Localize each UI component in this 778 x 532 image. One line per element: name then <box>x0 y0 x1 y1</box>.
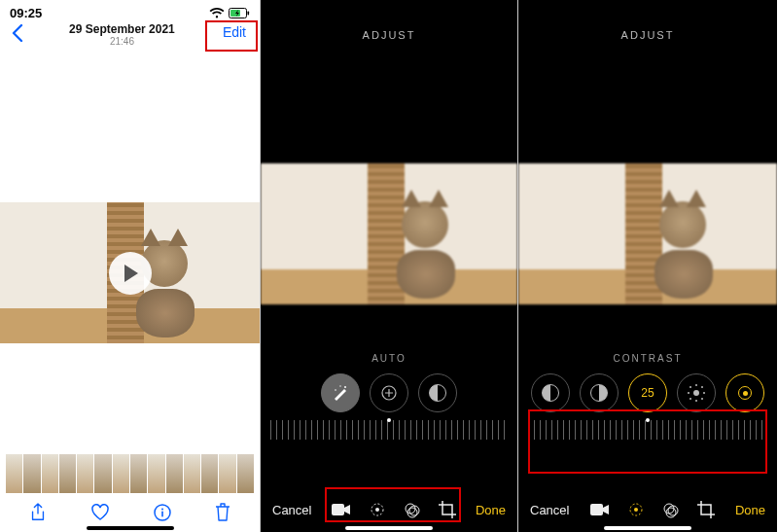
cancel-button[interactable]: Cancel <box>530 503 569 517</box>
done-button[interactable]: Done <box>476 503 506 517</box>
status-time: 09:25 <box>10 6 42 20</box>
adjust-dial-icon <box>369 501 386 518</box>
svg-rect-16 <box>590 504 603 515</box>
title-time: 21:46 <box>27 36 217 47</box>
thumb[interactable] <box>23 454 40 493</box>
svg-point-20 <box>668 506 678 515</box>
auto-enhance-button[interactable] <box>321 373 360 412</box>
thumb[interactable] <box>130 454 147 493</box>
slider-thumb[interactable] <box>646 418 650 422</box>
contrast-button[interactable]: 25 <box>628 373 667 412</box>
thumb[interactable] <box>77 454 93 493</box>
thumb[interactable] <box>148 454 164 493</box>
crop-icon <box>697 501 715 518</box>
share-button[interactable] <box>29 503 47 522</box>
back-button[interactable] <box>8 22 27 44</box>
svg-point-12 <box>375 508 379 512</box>
svg-point-4 <box>161 509 163 511</box>
half-circle-icon <box>429 384 446 402</box>
edit-adjust-auto-screen: ADJUST AUTO Cancel <box>260 0 518 532</box>
video-preview[interactable] <box>0 202 260 343</box>
thumb[interactable] <box>59 454 76 493</box>
half-circle-inv-icon <box>590 384 608 402</box>
filters-icon <box>404 501 421 518</box>
thumb[interactable] <box>94 454 111 493</box>
thumb[interactable] <box>237 454 254 493</box>
brightness-button[interactable] <box>677 373 716 412</box>
svg-point-19 <box>664 504 674 514</box>
thumbnail-strip[interactable] <box>6 454 254 493</box>
filters-mode-button[interactable] <box>662 501 680 518</box>
svg-point-6 <box>344 386 346 388</box>
adjust-dial-icon <box>627 501 645 518</box>
exposure-icon <box>380 384 398 402</box>
svg-point-21 <box>666 508 676 517</box>
svg-point-15 <box>407 508 417 517</box>
thumb[interactable] <box>113 454 129 493</box>
half-circle-icon <box>542 384 559 402</box>
crop-icon <box>439 501 456 518</box>
photos-detail-screen: 09:25 29 September 2021 21:46 Edit <box>0 0 260 532</box>
wand-icon <box>332 384 349 402</box>
favorite-button[interactable] <box>90 504 110 521</box>
highlights-button[interactable] <box>531 373 570 412</box>
video-mode-button[interactable] <box>332 501 351 518</box>
status-bar: 09:25 <box>0 0 260 20</box>
thumb[interactable] <box>184 454 200 493</box>
adjust-slider[interactable] <box>270 420 508 440</box>
share-icon <box>29 503 47 522</box>
svg-point-7 <box>335 389 336 391</box>
contrast-value: 25 <box>641 386 654 400</box>
svg-point-13 <box>406 504 415 514</box>
filters-mode-button[interactable] <box>404 501 421 518</box>
adjust-mode-button[interactable] <box>627 501 645 518</box>
battery-icon <box>229 8 250 19</box>
thumb[interactable] <box>201 454 218 493</box>
video-preview[interactable] <box>261 163 517 304</box>
thumb[interactable] <box>166 454 183 493</box>
adjust-slider[interactable] <box>528 420 767 440</box>
thumb[interactable] <box>6 454 22 493</box>
highlights-button[interactable] <box>418 373 457 412</box>
thumb[interactable] <box>219 454 235 493</box>
cancel-button[interactable]: Cancel <box>272 503 311 517</box>
play-button[interactable] <box>109 252 152 295</box>
home-indicator[interactable] <box>345 526 433 530</box>
svg-point-18 <box>634 508 638 512</box>
svg-point-8 <box>339 385 340 386</box>
trash-icon <box>215 503 230 522</box>
crop-mode-button[interactable] <box>439 501 456 518</box>
svg-rect-2 <box>248 11 250 15</box>
info-button[interactable] <box>154 504 171 521</box>
video-mode-button[interactable] <box>590 501 610 518</box>
adjust-mode-button[interactable] <box>369 501 386 518</box>
adjust-circle-row <box>261 373 517 412</box>
play-icon <box>124 265 138 282</box>
done-button[interactable]: Done <box>735 503 765 517</box>
exposure-button[interactable] <box>370 373 408 412</box>
edit-button[interactable]: Edit <box>217 22 252 42</box>
edit-adjust-contrast-screen: ADJUST CONTRAST 25 Cancel <box>518 0 777 532</box>
slider-thumb[interactable] <box>387 418 391 422</box>
crop-mode-button[interactable] <box>697 501 715 518</box>
thumb[interactable] <box>42 454 58 493</box>
title-date: 29 September 2021 <box>27 22 217 36</box>
chevron-left-icon <box>12 24 23 42</box>
adjust-label: AUTO <box>261 353 517 364</box>
title-block: 29 September 2021 21:46 <box>27 22 217 47</box>
dot-ring-icon <box>738 386 752 400</box>
edit-mode-row <box>569 501 734 518</box>
shadows-button[interactable] <box>580 373 619 412</box>
black-point-button[interactable] <box>725 373 764 412</box>
adjust-label: CONTRAST <box>518 353 777 364</box>
delete-button[interactable] <box>215 503 230 522</box>
video-preview[interactable] <box>518 163 777 304</box>
home-indicator[interactable] <box>604 526 691 530</box>
edit-mode-row <box>311 501 475 518</box>
home-indicator[interactable] <box>87 526 174 530</box>
adjust-header: ADJUST <box>261 0 517 41</box>
video-icon <box>590 503 610 516</box>
edit-bottom-bar: Cancel Done <box>518 501 777 518</box>
edit-bottom-bar: Cancel Done <box>261 501 517 518</box>
svg-rect-10 <box>332 504 344 515</box>
